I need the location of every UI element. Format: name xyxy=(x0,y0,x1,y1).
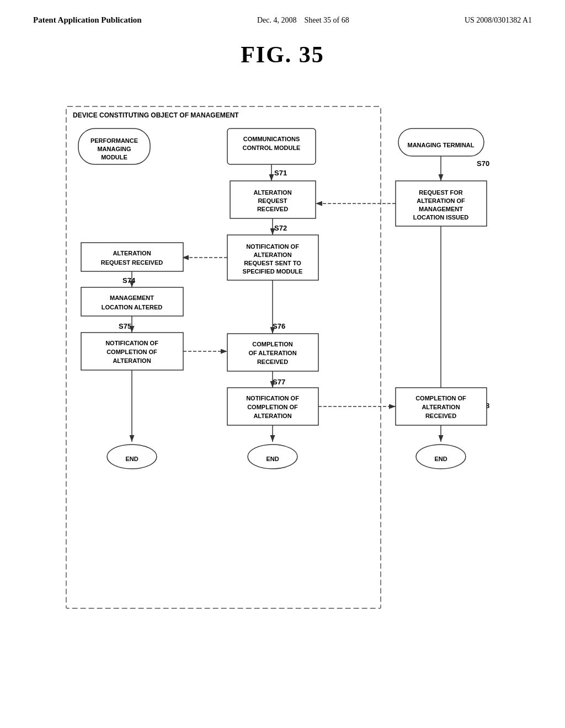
s74-label: S74 xyxy=(122,276,136,285)
car-t3: RECEIVED xyxy=(257,358,288,365)
arr-t3: RECEIVED xyxy=(257,206,288,212)
comm-ctrl-label2: CONTROL MODULE xyxy=(243,144,301,151)
end2-label: END xyxy=(266,456,279,462)
na-t2: ALTERATION xyxy=(253,251,291,258)
na-t4: SPECIFIED MODULE xyxy=(243,268,303,275)
publication-label: Patent Application Publication xyxy=(33,15,142,25)
s77-label: S77 xyxy=(273,378,285,386)
nc1-t1: NOTIFICATION OF xyxy=(105,340,158,346)
nc2-t3: ALTERATION xyxy=(253,413,291,419)
management-location-altered-box xyxy=(81,287,183,316)
date-sheet-label: Dec. 4, 2008 Sheet 35 of 68 xyxy=(257,16,349,25)
arr-t1: ALTERATION xyxy=(253,189,291,196)
s71-label: S71 xyxy=(274,169,287,177)
mla-t2: LOCATION ALTERED xyxy=(102,304,162,311)
car2-t3: RECEIVED xyxy=(425,413,456,419)
diagram-svg: DEVICE CONSTITUTING OBJECT OF MANAGEMENT… xyxy=(56,79,509,619)
outer-box-label: DEVICE CONSTITUTING OBJECT OF MANAGEMENT xyxy=(73,111,239,119)
performance-managing-module-label2: MANAGING xyxy=(97,146,131,152)
req-alt-t1: REQUEST FOR xyxy=(419,189,463,196)
na-t3: REQUEST SENT TO xyxy=(244,260,301,266)
performance-managing-module-label3: MODULE xyxy=(101,154,127,160)
end1-label: END xyxy=(125,456,138,462)
figure-title: FIG. 35 xyxy=(0,41,565,68)
car2-t2: ALTERATION xyxy=(422,404,460,410)
na-t1: NOTIFICATION OF xyxy=(246,243,299,250)
nc1-t3: ALTERATION xyxy=(113,357,151,364)
nc2-t2: COMPLETION OF xyxy=(247,404,298,410)
comm-ctrl-label1: COMMUNICATIONS xyxy=(243,136,300,142)
req-alt-t4: LOCATION ISSUED xyxy=(413,214,469,221)
req-alt-t2: ALTERATION OF xyxy=(417,197,465,204)
car2-t1: COMPLETION OF xyxy=(415,395,466,402)
end3-label: END xyxy=(434,456,447,462)
s72-label: S72 xyxy=(274,224,287,232)
alteration-request-received-2-box xyxy=(81,243,183,271)
page-header: Patent Application Publication Dec. 4, 2… xyxy=(0,0,565,25)
arr2-t2: REQUEST RECEIVED xyxy=(101,259,163,266)
managing-terminal-label: MANAGING TERMINAL xyxy=(408,142,475,148)
s70-label: S70 xyxy=(477,159,489,168)
car-t1: COMPLETION xyxy=(252,341,292,347)
patent-number-label: US 2008/0301382 A1 xyxy=(465,16,532,25)
arr-t2: REQUEST xyxy=(258,197,287,204)
arr2-t1: ALTERATION xyxy=(113,250,151,256)
car-t2: OF ALTERATION xyxy=(248,350,296,356)
s75-label: S75 xyxy=(119,322,131,330)
nc2-t1: NOTIFICATION OF xyxy=(246,395,299,402)
s76-label: S76 xyxy=(273,322,285,330)
nc1-t2: COMPLETION OF xyxy=(106,349,157,355)
diagram-wrapper: DEVICE CONSTITUTING OBJECT OF MANAGEMENT… xyxy=(0,79,565,619)
performance-managing-module-label: PERFORMANCE xyxy=(90,137,138,144)
req-alt-t3: MANAGEMENT xyxy=(419,206,463,212)
mla-t1: MANAGEMENT xyxy=(110,295,154,301)
